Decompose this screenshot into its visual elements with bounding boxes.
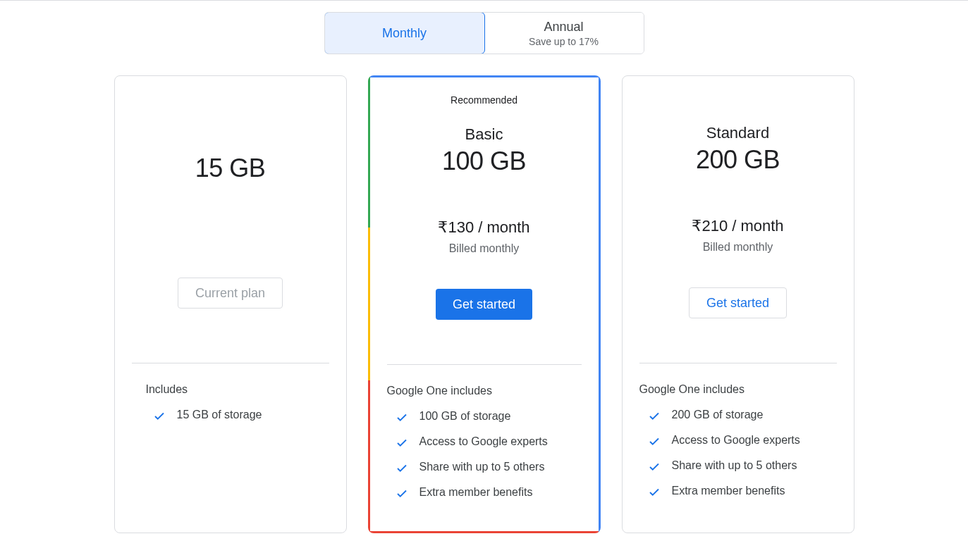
list-item: 15 GB of storage xyxy=(132,409,329,423)
plan-basic-name: Basic xyxy=(465,125,503,144)
check-icon xyxy=(648,461,661,473)
plans-grid: 15 GB Current plan Includes 15 GB of sto… xyxy=(0,75,968,533)
list-item: Access to Google experts xyxy=(387,435,582,449)
list-item: Access to Google experts xyxy=(639,434,837,448)
plan-basic-top: Recommended Basic 100 GB ₹130 / month Bi… xyxy=(387,77,582,365)
check-icon xyxy=(396,487,408,500)
list-item: 200 GB of storage xyxy=(639,409,837,423)
plan-standard-includes-title: Google One includes xyxy=(639,383,837,396)
feature-text: Extra member benefits xyxy=(672,485,785,497)
plan-standard-size: 200 GB xyxy=(696,145,780,175)
get-started-standard-button[interactable]: Get started xyxy=(689,287,787,318)
plan-standard-name: Standard xyxy=(706,124,769,142)
plan-free-features: 15 GB of storage xyxy=(132,409,329,434)
billing-toggle: Monthly Annual Save up to 17% xyxy=(0,1,968,54)
toggle-annual-label: Annual xyxy=(544,20,583,35)
feature-text: 200 GB of storage xyxy=(672,409,764,421)
plan-free-top: 15 GB Current plan xyxy=(132,76,329,363)
feature-text: Share with up to 5 others xyxy=(672,459,797,472)
feature-text: 15 GB of storage xyxy=(177,409,262,421)
toggle-monthly[interactable]: Monthly xyxy=(324,12,485,54)
plan-basic-size: 100 GB xyxy=(442,147,526,176)
plan-free-includes-title: Includes xyxy=(132,383,329,396)
plan-basic: Recommended Basic 100 GB ₹130 / month Bi… xyxy=(368,75,601,533)
check-icon xyxy=(396,437,408,449)
current-plan-button: Current plan xyxy=(178,278,283,309)
check-icon xyxy=(396,462,408,475)
check-icon xyxy=(153,410,166,423)
feature-text: Share with up to 5 others xyxy=(419,461,545,473)
list-item: Share with up to 5 others xyxy=(387,461,582,475)
feature-text: 100 GB of storage xyxy=(419,410,511,423)
plan-basic-includes-title: Google One includes xyxy=(387,385,582,397)
plan-free: 15 GB Current plan Includes 15 GB of sto… xyxy=(114,75,347,533)
recommended-badge: Recommended xyxy=(451,94,517,108)
feature-text: Access to Google experts xyxy=(419,435,548,448)
list-item: Share with up to 5 others xyxy=(639,459,837,473)
get-started-basic-button[interactable]: Get started xyxy=(436,289,532,320)
list-item: Extra member benefits xyxy=(639,485,837,499)
check-icon xyxy=(396,411,408,424)
check-icon xyxy=(648,410,661,423)
plan-basic-price: ₹130 / month xyxy=(438,218,529,237)
plan-standard-price: ₹210 / month xyxy=(692,217,783,235)
check-icon xyxy=(648,435,661,448)
plan-standard-billing: Billed monthly xyxy=(703,241,773,254)
plan-basic-billing: Billed monthly xyxy=(449,242,520,255)
toggle-monthly-label: Monthly xyxy=(382,26,427,41)
plan-standard-features: 200 GB of storage Access to Google exper… xyxy=(639,409,837,510)
toggle-annual[interactable]: Annual Save up to 17% xyxy=(484,13,644,54)
feature-text: Extra member benefits xyxy=(419,486,533,499)
list-item: 100 GB of storage xyxy=(387,410,582,424)
toggle-annual-sub: Save up to 17% xyxy=(529,36,599,47)
plan-free-size: 15 GB xyxy=(195,154,266,183)
spacer xyxy=(737,93,740,107)
plan-standard-top: Standard 200 GB ₹210 / month Billed mont… xyxy=(639,76,837,363)
feature-text: Access to Google experts xyxy=(672,434,800,447)
plan-standard: Standard 200 GB ₹210 / month Billed mont… xyxy=(622,75,854,533)
billing-toggle-group: Monthly Annual Save up to 17% xyxy=(324,12,644,54)
check-icon xyxy=(648,486,661,499)
plan-basic-features: 100 GB of storage Access to Google exper… xyxy=(387,410,582,511)
list-item: Extra member benefits xyxy=(387,486,582,500)
